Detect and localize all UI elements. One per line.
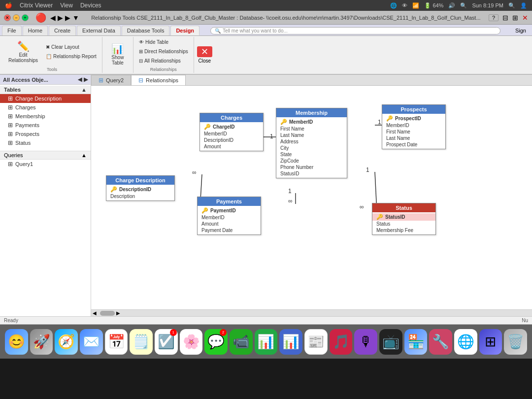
dock-finder[interactable]: 😊 <box>5 329 28 355</box>
ribbon-tabs: File Home Create External Data Database … <box>0 25 532 36</box>
hide-table-button[interactable]: 👁 Hide Table <box>136 38 191 46</box>
window-controls: ✕ − + <box>4 14 29 21</box>
apple-icon[interactable]: 🍎 <box>5 2 12 9</box>
memberid-payments-field: MemberID <box>198 214 261 221</box>
edit-icon: ✏️ <box>17 40 30 52</box>
close-button[interactable]: ✕ <box>4 14 11 21</box>
tab-relationships[interactable]: ⊟ Relationships <box>131 75 186 85</box>
sidebar: All Access Obje... ◀ ▶ Tables ▲ ⊞ Charge… <box>0 75 91 316</box>
relationship-report-button[interactable]: 📋 Relationship Report <box>43 52 99 61</box>
tab-design[interactable]: Design <box>170 26 200 35</box>
tab-external-data[interactable]: External Data <box>77 26 121 35</box>
dock-messages[interactable]: 💬 2 <box>204 329 228 355</box>
dock-keynote[interactable]: 📊 <box>279 329 302 355</box>
mac-dock: 😊 🚀 🧭 ✉️ 📅 🗒️ ☑️ 1 🌸 💬 2 📹 📊 📊 📰 🎵 🎙 📺 🏪… <box>0 324 532 359</box>
zipcode-field: ZipCode <box>276 158 347 164</box>
membership-table[interactable]: Membership 🔑MemberID First Name Last Nam… <box>276 108 347 178</box>
sidebar-item-prospects[interactable]: ⊞ Prospects <box>0 130 91 138</box>
dock-chrome[interactable]: 🌐 <box>454 329 477 355</box>
dock-facetime[interactable]: 📹 <box>230 329 253 355</box>
key-icon-4: 🔑 <box>110 186 117 193</box>
view-menu[interactable]: View <box>60 2 73 9</box>
relationships-group-label: Relationships <box>150 66 177 72</box>
direct-relationships-button[interactable]: ⊞ Direct Relationships <box>136 47 191 56</box>
dock-news[interactable]: 📰 <box>304 329 328 355</box>
sidebar-item-payments[interactable]: ⊞ Payments <box>0 121 91 130</box>
mac-status-right: 🌐 👁 📶 🔋 64% 🔊 🔍 Sun 8:19 PM 🔍 👤 <box>390 2 527 9</box>
all-rel-icon: ⊟ <box>139 58 143 64</box>
dock-trash[interactable]: 🗑️ <box>504 329 527 355</box>
tab-home[interactable]: Home <box>23 26 48 35</box>
minimize-button[interactable]: − <box>13 14 20 21</box>
tab-file[interactable]: File <box>2 26 22 35</box>
tab-database-tools[interactable]: Database Tools <box>122 26 170 35</box>
dock-podcasts[interactable]: 🎙 <box>354 329 377 355</box>
ribbon-search-box[interactable]: 🔍 Tell me what you want to do... <box>210 27 500 34</box>
svg-text:1: 1 <box>366 166 369 173</box>
sign-in-button[interactable]: Sign <box>511 26 530 35</box>
dock-safari[interactable]: 🧭 <box>55 329 78 355</box>
dock-appstore[interactable]: 🏪 <box>404 329 428 355</box>
clear-layout-button[interactable]: ✖ Clear Layout <box>43 43 99 51</box>
city-field: City <box>276 145 347 151</box>
devices-menu[interactable]: Devices <box>80 2 101 9</box>
report-icon: 📋 <box>46 54 52 59</box>
table-icon-2: ⊞ <box>8 104 13 111</box>
charge-description-body: 🔑DescriptionID Description <box>106 185 174 200</box>
dock-launchpad[interactable]: 🚀 <box>30 329 53 355</box>
descriptionid-charges-field: DescriptionID <box>200 137 263 143</box>
payments-table[interactable]: Payments 🔑PaymentID MemberID Amount Paym… <box>197 197 261 235</box>
maximize-button[interactable]: + <box>22 14 29 21</box>
tab-query2[interactable]: ⊞ Query2 <box>91 75 131 85</box>
dock-numbers[interactable]: 📊 <box>255 329 278 355</box>
edit-relationships-button[interactable]: ✏️ Edit Relationships <box>5 39 41 65</box>
dock-calendar[interactable]: 📅 <box>105 329 128 355</box>
statusid-membership-field: StatusID <box>276 170 347 177</box>
ribbon-search-placeholder: Tell me what you want to do... <box>223 28 288 33</box>
ribbon-content: ✏️ Edit Relationships ✖ Clear Layout 📋 R… <box>0 36 532 74</box>
tools-group-label: Tools <box>47 66 57 72</box>
sidebar-item-membership[interactable]: ⊞ Membership <box>0 112 91 121</box>
dock-mail[interactable]: ✉️ <box>80 329 103 355</box>
tables-section-header[interactable]: Tables ▲ <box>0 86 91 94</box>
close-label: Close <box>199 58 211 64</box>
svg-text:1: 1 <box>270 133 273 140</box>
tab-create[interactable]: Create <box>49 26 76 35</box>
tables-section: Tables ▲ ⊞ Charge Description ⊞ Charges … <box>0 85 91 148</box>
canvas-area: ⊞ Query2 ⊟ Relationships ∞ 1 1 ∞ ∞ <box>91 75 532 316</box>
dock-photos[interactable]: 🌸 <box>180 329 203 355</box>
time-display: 🔍 <box>460 2 467 9</box>
dock-music[interactable]: 🎵 <box>330 329 353 355</box>
charges-table-body: 🔑ChargeID MemberID DescriptionID Amount <box>200 122 263 151</box>
sidebar-header: All Access Obje... ◀ ▶ <box>0 75 91 85</box>
dock-launchpad2[interactable]: ⊞ <box>479 329 502 355</box>
prospects-table-header: Prospects <box>382 105 445 114</box>
firstname-field: First Name <box>276 126 347 132</box>
all-relationships-button[interactable]: ⊟ All Relationships <box>136 57 191 65</box>
dock-setapp[interactable]: 🔧 <box>429 329 452 355</box>
lastname-field: Last Name <box>276 132 347 138</box>
prospects-table[interactable]: Prospects 🔑ProspectID MemberID First Nam… <box>382 104 446 149</box>
membership-table-header: Membership <box>276 108 347 117</box>
help-button[interactable]: ? <box>489 14 499 21</box>
payments-table-header: Payments <box>198 197 261 206</box>
close-button-ribbon[interactable]: ✕ <box>197 46 212 57</box>
dock-appletv[interactable]: 📺 <box>379 329 402 355</box>
reminders-badge: 1 <box>170 329 177 336</box>
queries-section-header[interactable]: Queries ▲ <box>0 151 91 160</box>
scrollbar-thumb[interactable] <box>100 311 115 316</box>
dock-reminders[interactable]: ☑️ 1 <box>155 329 178 355</box>
sidebar-item-query1[interactable]: ⊞ Query1 <box>0 160 91 168</box>
status-table[interactable]: Status 🔑StatusID Status Membership Fee <box>372 203 436 235</box>
horizontal-scrollbar[interactable]: ◀ ▶ <box>91 309 532 316</box>
charges-table[interactable]: Charges 🔑ChargeID MemberID DescriptionID… <box>200 113 264 151</box>
sidebar-item-status[interactable]: ⊞ Status <box>0 138 91 147</box>
dock-notes[interactable]: 🗒️ <box>130 329 153 355</box>
sidebar-item-charges[interactable]: ⊞ Charges <box>0 103 91 112</box>
sidebar-title: All Access Obje... <box>3 77 48 83</box>
show-table-button[interactable]: 📊 Show Table <box>105 41 130 67</box>
sidebar-item-charge-description[interactable]: ⊞ Charge Description <box>0 94 91 103</box>
address-field: Address <box>276 138 347 145</box>
close-group: ✕ Close <box>194 37 215 73</box>
charge-description-table[interactable]: Charge Description 🔑DescriptionID Descri… <box>106 175 175 201</box>
